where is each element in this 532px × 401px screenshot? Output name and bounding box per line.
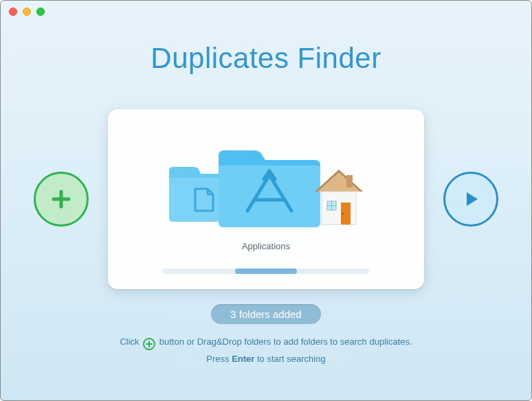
app-title: Duplicates Finder bbox=[151, 42, 381, 75]
minimize-window-button[interactable] bbox=[23, 8, 31, 16]
hint-text: to start searching bbox=[254, 354, 325, 364]
folders-carousel[interactable] bbox=[166, 142, 366, 231]
applications-folder-icon[interactable] bbox=[214, 144, 324, 231]
titlebar bbox=[1, 1, 531, 23]
selected-folder-label: Applications bbox=[242, 241, 290, 251]
svg-point-7 bbox=[342, 213, 344, 215]
plus-icon bbox=[49, 187, 73, 211]
svg-rect-11 bbox=[346, 175, 353, 187]
maximize-window-button[interactable] bbox=[36, 8, 45, 16]
hint-text: button or Drag&Drop folders to add folde… bbox=[159, 336, 412, 347]
scrollbar-thumb[interactable] bbox=[235, 268, 297, 274]
folders-card[interactable]: Applications bbox=[108, 109, 424, 289]
svg-marker-4 bbox=[318, 172, 360, 192]
instructions: Click button or Drag&Drop folders to add… bbox=[120, 334, 412, 367]
home-folder-icon[interactable] bbox=[312, 167, 366, 229]
hint-line-1: Click button or Drag&Drop folders to add… bbox=[120, 334, 412, 351]
play-icon bbox=[461, 189, 481, 209]
hint-key: Enter bbox=[232, 354, 254, 364]
inline-plus-icon bbox=[143, 338, 155, 350]
middle-row: Applications bbox=[1, 109, 531, 289]
hint-text: Click bbox=[120, 336, 142, 347]
add-folder-button[interactable] bbox=[34, 172, 89, 227]
start-search-button[interactable] bbox=[443, 172, 498, 227]
main-content: Duplicates Finder bbox=[1, 23, 531, 400]
status-badge: 3 folders added bbox=[211, 304, 320, 324]
hint-text: Press bbox=[206, 354, 232, 364]
hint-line-2: Press Enter to start searching bbox=[120, 351, 412, 368]
app-window: Duplicates Finder bbox=[0, 0, 532, 401]
svg-marker-12 bbox=[467, 192, 478, 206]
close-window-button[interactable] bbox=[9, 8, 17, 16]
carousel-scrollbar[interactable] bbox=[163, 268, 369, 274]
